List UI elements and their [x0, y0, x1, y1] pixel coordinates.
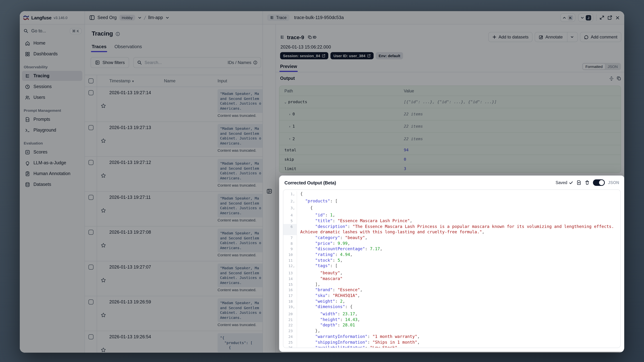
row-checkbox[interactable] [88, 334, 93, 339]
sidebar-item-scores[interactable]: Scores [22, 147, 82, 157]
fold-caret-icon [293, 241, 296, 242]
trace-type-chip: Trace [267, 14, 290, 21]
trace-row[interactable]: 2026-01-13 19:27:11"Madam Speaker, Ma an… [85, 192, 262, 226]
line-gutter[interactable]: 1˅ [283, 191, 297, 198]
row-checkbox[interactable] [88, 230, 93, 235]
trace-row[interactable]: 2026-01-13 19:27:07"Madam Speaker, Ma an… [85, 261, 262, 296]
output-row-products[interactable]: ⌄products[{"id": ...}, {"id": ...}, {"id… [280, 96, 621, 108]
format-toggle[interactable]: Formatted JSON [582, 63, 621, 70]
json-editor[interactable]: 1˅{2˅ "products": [3˅ {4 "id": 1,5 "titl… [283, 190, 621, 348]
bookmark-star-icon[interactable] [100, 264, 106, 296]
next-trace-button[interactable]: J [578, 13, 593, 22]
format-json[interactable]: JSON [605, 64, 620, 70]
sidebar-item-tracing[interactable]: Tracing [22, 71, 82, 81]
project-name[interactable]: llm-app [148, 15, 163, 20]
show-filters-button[interactable]: Show filters [90, 57, 129, 68]
row-checkbox[interactable] [88, 195, 93, 200]
add-comment-button[interactable]: Add comment [580, 32, 621, 42]
go-to-search[interactable]: Go to... ⌘ K [20, 24, 84, 38]
trace-badge[interactable]: Session: session_84 [280, 52, 328, 59]
column-input[interactable]: Input [218, 78, 262, 84]
line-gutter[interactable]: 12˅ [283, 263, 297, 270]
caret-down-icon[interactable]: ⌄ [284, 100, 286, 104]
caret-right-icon[interactable]: › [289, 137, 291, 140]
bookmark-star-icon[interactable] [100, 90, 106, 122]
row-name [164, 226, 218, 261]
row-checkbox[interactable] [88, 160, 93, 165]
sidebar-item-dashboards[interactable]: Dashboards [22, 49, 82, 59]
tab-observations[interactable]: Observations [114, 44, 142, 52]
search-box[interactable]: IDs / Names [134, 57, 261, 68]
collapse-sidebar-icon[interactable] [89, 15, 95, 20]
trash-icon[interactable] [584, 180, 590, 185]
bookmark-star-icon[interactable] [100, 334, 106, 353]
row-checkbox[interactable] [88, 264, 93, 270]
percent-icon [25, 149, 30, 155]
select-all-checkbox[interactable] [88, 78, 93, 84]
info-icon[interactable] [116, 32, 120, 36]
json-toggle[interactable] [593, 180, 605, 186]
column-name[interactable]: Name [164, 78, 218, 84]
fold-caret-icon [293, 218, 296, 220]
trace-row[interactable]: 2026-01-13 19:27:13"Madam Speaker, Ma an… [85, 122, 262, 157]
line-gutter[interactable]: 3˅ [283, 206, 297, 212]
row-checkbox[interactable] [88, 125, 93, 130]
output-row-0[interactable]: ›022 items [280, 108, 621, 120]
expand-panel-icon[interactable] [266, 30, 272, 353]
sidebar-item-label: Users [34, 95, 45, 100]
org-chevron-down-icon[interactable] [138, 16, 142, 20]
row-checkbox[interactable] [88, 90, 93, 95]
sidebar-section-label: Prompt Management [22, 103, 82, 114]
project-chevron-down-icon[interactable] [166, 16, 169, 20]
org-name[interactable]: Seed Org [98, 15, 117, 20]
sidebar-item-prompts[interactable]: Prompts [22, 114, 82, 124]
trace-row[interactable]: 2026-01-13 19:26:59"Madam Speaker, Ma an… [85, 296, 262, 331]
sidebar-item-sessions[interactable]: Sessions [22, 82, 82, 92]
search-input[interactable] [144, 60, 225, 65]
line-gutter[interactable]: 19˅ [283, 304, 297, 311]
output-row-1[interactable]: ›122 items [280, 120, 621, 133]
sidebar-item-home[interactable]: Home [22, 38, 82, 48]
caret-right-icon[interactable]: › [289, 124, 291, 128]
trace-row[interactable]: 2026-01-13 19:26:54"{ "products": [ { [85, 331, 262, 353]
trace-row[interactable]: 2026-01-13 19:27:08"Madam Speaker, Ma an… [85, 226, 262, 261]
output-value: 22 items [404, 124, 423, 129]
line-gutter: 9 [283, 246, 297, 252]
trace-row[interactable]: 2026-01-13 19:27:14"Madam Speaker, Ma an… [85, 87, 262, 122]
trace-badge[interactable]: User ID: user_384 [331, 52, 374, 59]
bookmark-star-icon[interactable] [100, 229, 106, 261]
bookmark-star-icon[interactable] [100, 160, 106, 191]
prev-trace-button[interactable]: K [560, 13, 575, 22]
tab-traces[interactable]: Traces [92, 44, 106, 52]
annotate-chevron-down-icon[interactable] [570, 35, 574, 39]
code-line: 26 "availabilityStatus": "Low Stock", [283, 345, 620, 348]
bookmark-star-icon[interactable] [100, 194, 106, 226]
file-plus-icon[interactable] [576, 180, 581, 185]
sidebar-item-datasets[interactable]: Datasets [22, 180, 82, 190]
bookmark-star-icon[interactable] [100, 299, 106, 331]
line-gutter[interactable]: 2˅ [283, 198, 297, 205]
caret-right-icon[interactable]: › [289, 112, 291, 116]
bookmark-star-icon[interactable] [100, 125, 106, 156]
column-timestamp[interactable]: Timestamp▼ [109, 78, 164, 84]
sidebar-item-users[interactable]: Users [22, 92, 82, 102]
add-to-datasets-button[interactable]: Add to datasets [488, 32, 532, 42]
sidebar-item-llm-as-a-judge[interactable]: LLM-as-a-Judge [22, 158, 82, 168]
format-formatted[interactable]: Formatted [583, 64, 605, 70]
trace-row[interactable]: 2026-01-13 19:27:12"Madam Speaker, Ma an… [85, 157, 262, 192]
close-icon[interactable] [615, 15, 620, 20]
open-external-icon[interactable] [607, 15, 612, 20]
expand-icon[interactable] [600, 15, 604, 20]
copy-output-icon[interactable] [617, 76, 621, 81]
output-json-table: Path Value ⌄products[{"id": ...}, {"id":… [279, 86, 621, 173]
tab-preview[interactable]: Preview [280, 64, 297, 69]
sidebar-item-playground[interactable]: Playground [22, 125, 82, 135]
search-scope-hint[interactable]: IDs / Names [228, 60, 258, 65]
annotate-button[interactable]: Annotate [535, 32, 578, 42]
copy-id-button[interactable]: ID [308, 35, 316, 39]
output-row-2[interactable]: ›222 items [280, 133, 621, 145]
code-line: 1˅{ [283, 191, 620, 198]
unfold-vertical-icon[interactable] [609, 76, 614, 81]
sidebar-item-human-annotation[interactable]: Human Annotation [22, 168, 82, 179]
row-checkbox[interactable] [88, 300, 93, 304]
